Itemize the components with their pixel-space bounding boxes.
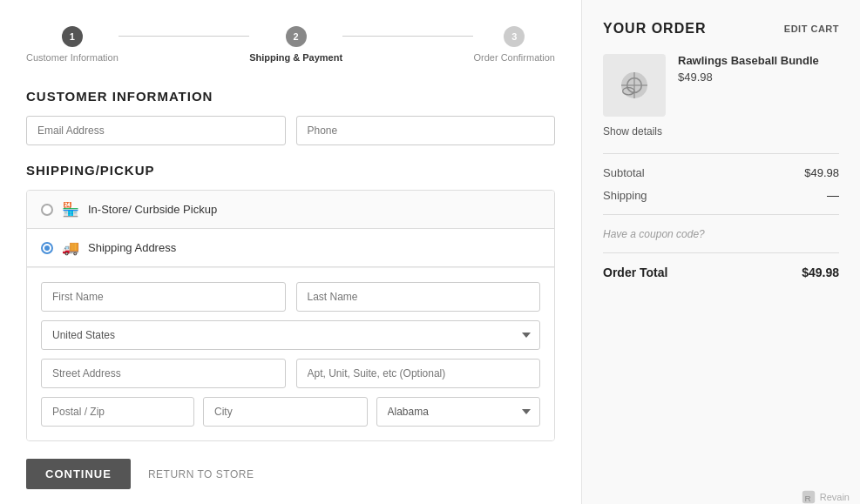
order-summary-panel: YOUR ORDER EDIT CART Rawlings Baseball B… (581, 0, 860, 504)
pickup-options-container: 🏪 In-Store/ Curbside Pickup 🚚 Shipping A… (26, 190, 555, 441)
shipping-title: SHIPPING/PICKUP (26, 163, 555, 178)
truck-icon: 🚚 (62, 239, 79, 256)
street-field[interactable] (41, 359, 286, 388)
address-fields-container: United States Alabama Alaska Arizona Ark… (27, 267, 554, 440)
apt-field[interactable] (296, 359, 541, 388)
city-field[interactable] (203, 397, 368, 427)
checkout-stepper: 1 Customer Information 2 Shipping & Paym… (26, 17, 555, 63)
postal-city-state-row: Alabama Alaska Arizona Arkansas Californ… (41, 397, 540, 427)
shipping-value: — (827, 188, 839, 202)
coupon-label: Have a coupon code? (603, 228, 705, 240)
step-1-label: Customer Information (26, 52, 119, 63)
revain-icon: R (801, 489, 816, 504)
shipping-address-label: Shipping Address (88, 241, 176, 254)
show-details-link[interactable]: Show details (603, 125, 839, 138)
in-store-radio[interactable] (41, 204, 53, 216)
step-3-circle: 3 (504, 26, 525, 47)
product-price: $49.98 (678, 71, 839, 84)
street-row (41, 359, 540, 388)
bottom-actions: CONTINUE RETURN TO STORE (26, 459, 555, 489)
step-2-label: Shipping & Payment (249, 52, 342, 63)
in-store-option[interactable]: 🏪 In-Store/ Curbside Pickup (27, 191, 554, 229)
in-store-label: In-Store/ Curbside Pickup (88, 203, 217, 216)
country-select[interactable]: United States (41, 320, 540, 350)
product-name: Rawlings Baseball Bundle (678, 54, 839, 67)
postal-field[interactable] (41, 397, 194, 427)
step-3: 3 Order Confirmation (473, 26, 555, 63)
shipping-line: Shipping — (603, 188, 839, 202)
order-divider-1 (603, 153, 839, 154)
step-2: 2 Shipping & Payment (249, 26, 342, 63)
your-order-title: YOUR ORDER (603, 21, 706, 37)
customer-info-fields (26, 116, 555, 145)
shipping-radio[interactable] (41, 242, 53, 254)
step-line-2 (342, 36, 473, 37)
order-total-label: Order Total (603, 265, 667, 279)
order-divider-3 (603, 252, 839, 253)
store-icon: 🏪 (62, 201, 79, 218)
first-name-field[interactable] (41, 282, 286, 312)
order-divider-2 (603, 214, 839, 215)
customer-info-title: CUSTOMER INFORMATION (26, 89, 555, 104)
state-select[interactable]: Alabama Alaska Arizona Arkansas Californ… (376, 397, 541, 427)
shipping-label: Shipping (603, 189, 647, 202)
subtotal-line: Subtotal $49.98 (603, 166, 839, 179)
step-2-circle: 2 (286, 26, 307, 47)
order-total-value: $49.98 (802, 265, 839, 279)
shipping-address-option[interactable]: 🚚 Shipping Address (27, 229, 554, 267)
country-row: United States (41, 320, 540, 350)
step-1: 1 Customer Information (26, 26, 119, 63)
svg-text:R: R (804, 494, 810, 503)
subtotal-value: $49.98 (804, 166, 839, 179)
edit-cart-link[interactable]: EDIT CART (784, 24, 839, 34)
step-line-1 (119, 36, 249, 37)
return-to-store-button[interactable]: RETURN TO STORE (148, 468, 254, 480)
product-image-svg (613, 64, 656, 107)
product-image (603, 54, 666, 117)
revain-text: Revain (820, 492, 850, 502)
order-header: YOUR ORDER EDIT CART (603, 21, 839, 37)
name-row (41, 282, 540, 312)
step-1-circle: 1 (62, 26, 83, 47)
step-3-label: Order Confirmation (473, 52, 555, 63)
last-name-field[interactable] (296, 282, 541, 312)
coupon-section: Have a coupon code? (603, 227, 839, 240)
revain-logo: R Revain (801, 489, 850, 504)
order-item: Rawlings Baseball Bundle $49.98 (603, 54, 839, 117)
phone-field[interactable] (296, 116, 556, 145)
continue-button[interactable]: CONTINUE (26, 459, 131, 489)
product-info: Rawlings Baseball Bundle $49.98 (678, 54, 839, 84)
subtotal-label: Subtotal (603, 166, 645, 179)
email-field[interactable] (26, 116, 286, 145)
order-total-line: Order Total $49.98 (603, 265, 839, 279)
